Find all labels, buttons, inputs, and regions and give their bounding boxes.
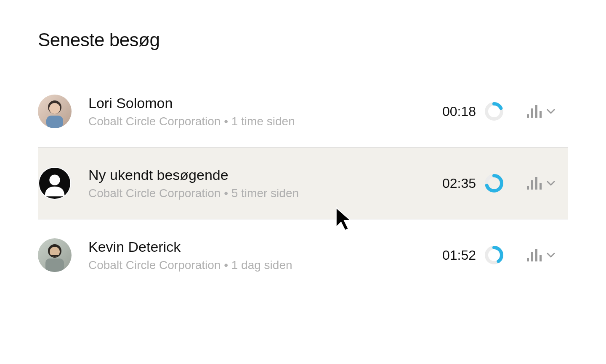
avatar	[38, 238, 72, 272]
visit-list: Lori Solomon Cobalt Circle Corporation •…	[38, 76, 568, 291]
chevron-down-icon	[546, 179, 556, 188]
progress-ring-icon	[484, 174, 504, 193]
visitor-meta: Cobalt Circle Corporation • 1 dag siden	[88, 258, 434, 272]
analytics-icon	[527, 177, 542, 190]
visit-duration: 01:52	[434, 248, 476, 263]
svg-point-10	[49, 175, 60, 185]
svg-point-2	[49, 103, 60, 114]
chevron-down-icon	[546, 107, 556, 116]
visit-info: Ny ukendt besøgende Cobalt Circle Corpor…	[88, 167, 434, 200]
svg-rect-16	[540, 183, 542, 190]
visit-row[interactable]: Kevin Deterick Cobalt Circle Corporation…	[38, 219, 568, 291]
svg-rect-1	[46, 116, 63, 128]
visitor-name: Ny ukendt besøgende	[88, 167, 434, 183]
svg-rect-24	[535, 249, 537, 261]
visit-info: Kevin Deterick Cobalt Circle Corporation…	[88, 239, 434, 272]
row-actions[interactable]	[527, 105, 556, 118]
svg-rect-8	[540, 111, 542, 118]
analytics-icon	[527, 105, 542, 118]
svg-rect-22	[527, 258, 529, 261]
visit-duration: 00:18	[434, 104, 476, 119]
svg-rect-13	[527, 186, 529, 190]
svg-rect-15	[535, 177, 537, 190]
visit-row[interactable]: Lori Solomon Cobalt Circle Corporation •…	[38, 76, 568, 148]
row-actions[interactable]	[527, 249, 556, 261]
svg-rect-25	[540, 255, 542, 261]
svg-rect-6	[531, 108, 533, 118]
avatar	[38, 95, 72, 128]
recent-visits-panel: Seneste besøg Lori Solomon Cobalt Circle…	[0, 0, 606, 291]
chevron-down-icon	[546, 251, 556, 260]
avatar	[38, 166, 72, 200]
visit-row[interactable]: Ny ukendt besøgende Cobalt Circle Corpor…	[38, 148, 568, 219]
progress-ring-icon	[484, 102, 504, 121]
visit-duration: 02:35	[434, 176, 476, 191]
visitor-name: Kevin Deterick	[88, 239, 434, 255]
visitor-meta: Cobalt Circle Corporation • 1 time siden	[88, 115, 434, 128]
svg-rect-7	[535, 105, 537, 118]
visit-info: Lori Solomon Cobalt Circle Corporation •…	[88, 95, 434, 128]
svg-rect-14	[531, 180, 533, 190]
page-title: Seneste besøg	[38, 29, 568, 50]
row-actions[interactable]	[527, 177, 556, 190]
visitor-meta: Cobalt Circle Corporation • 5 timer side…	[88, 187, 434, 200]
svg-rect-5	[527, 114, 529, 118]
analytics-icon	[527, 249, 542, 261]
progress-ring-icon	[484, 245, 504, 265]
svg-rect-17	[45, 258, 64, 272]
svg-rect-23	[531, 252, 533, 261]
visitor-name: Lori Solomon	[88, 95, 434, 111]
